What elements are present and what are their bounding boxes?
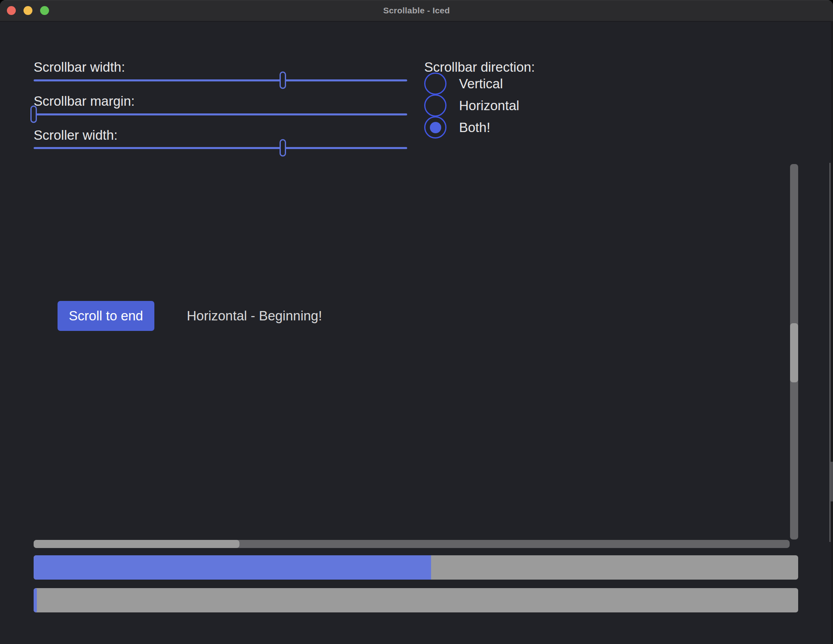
slider-handle[interactable]: [280, 139, 286, 157]
window-controls: [7, 6, 49, 15]
radio-option-both[interactable]: Both!: [424, 116, 490, 139]
scroll-to-end-button[interactable]: Scroll to end: [58, 301, 154, 331]
vertical-progress-bar: [34, 555, 798, 580]
slider-rail[interactable]: [34, 79, 407, 81]
radio-label: Horizontal: [459, 98, 519, 113]
window-edge-scrollbar-track: [831, 21, 833, 644]
slider-handle[interactable]: [280, 72, 286, 89]
vertical-scrollbar-thumb[interactable]: [790, 323, 798, 382]
horizontal-progress-bar: [34, 588, 798, 612]
window-edge-scrollbar-thumb[interactable]: [831, 462, 833, 501]
progress-fill: [34, 555, 431, 580]
slider-rail[interactable]: [34, 147, 407, 149]
app-window: Scrollable - Iced Scrollbar width: Scrol…: [0, 0, 833, 644]
radio-label: Both!: [459, 120, 490, 135]
radio-circle-icon[interactable]: [424, 116, 446, 139]
radio-option-vertical[interactable]: Vertical: [424, 73, 503, 95]
radio-option-horizontal[interactable]: Horizontal: [424, 94, 519, 117]
window-title: Scrollable - Iced: [383, 6, 450, 15]
scrollbar-margin-slider[interactable]: [34, 105, 407, 123]
radio-label: Vertical: [459, 76, 503, 92]
close-button[interactable]: [7, 6, 16, 15]
minimize-button[interactable]: [23, 6, 32, 15]
progress-fill: [34, 588, 37, 612]
scrollbar-width-slider[interactable]: [34, 71, 407, 89]
scroller-width-slider[interactable]: [34, 139, 407, 157]
zoom-button[interactable]: [40, 6, 49, 15]
radio-selected-dot: [430, 122, 441, 133]
radio-circle-icon[interactable]: [424, 94, 446, 117]
titlebar: Scrollable - Iced: [0, 0, 833, 21]
vertical-scrollbar-track[interactable]: [790, 164, 798, 540]
radio-circle-icon[interactable]: [424, 73, 446, 95]
slider-handle[interactable]: [30, 106, 37, 123]
horizontal-scrollbar-track[interactable]: [34, 540, 790, 548]
horizontal-scrollbar-thumb[interactable]: [34, 540, 239, 548]
scroll-status-text: Horizontal - Beginning!: [187, 301, 322, 331]
slider-rail[interactable]: [34, 113, 407, 115]
